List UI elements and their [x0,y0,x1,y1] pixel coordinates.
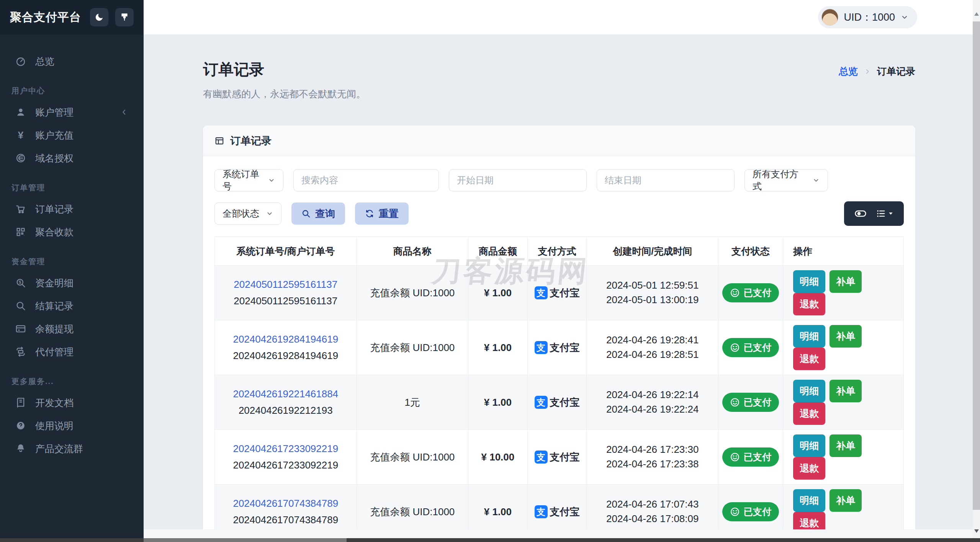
caret-down-icon [888,211,894,217]
sys-order-link[interactable]: 2024042617074384789 [219,498,353,509]
dashboard-icon [15,56,26,67]
scroll-up-arrow-icon[interactable] [974,12,979,16]
sidebar-item-settlement-records[interactable]: 结算记录 [0,294,144,317]
alipay-icon: 支 [535,286,548,299]
alipay-icon: 支 [535,451,548,464]
smiley-icon [730,343,740,353]
refund-button[interactable]: 退款 [793,348,825,370]
created-time: 2024-04-26 19:22:14 [591,388,714,402]
sidebar-item-overview[interactable]: 总览 [0,50,144,73]
status-badge: 已支付 [722,393,779,412]
product-amount: ¥ 1.00 [468,485,528,530]
sidebar-item-balance-withdrawal[interactable]: 余额提现 [0,317,144,340]
sidebar-item-fund-details[interactable]: $ 资金明细 [0,271,144,294]
filter-row-2: 全部状态 查询 重置 [214,201,904,226]
brand-header: 聚合支付平台 [0,0,144,34]
sidebar-item-label: 总览 [35,55,54,68]
uid-label: UID：1000 [844,10,895,24]
sidebar-item-payout-management[interactable]: 代付管理 [0,340,144,363]
sys-order-link[interactable]: 2024042619221461884 [219,388,353,400]
detail-button[interactable]: 明细 [793,380,825,402]
query-button[interactable]: 查询 [291,202,345,225]
theme-skin-button[interactable] [115,8,134,26]
credit-card-icon [15,323,26,334]
smiley-icon [730,452,740,462]
horizontal-scrollbar-thumb[interactable] [144,538,347,542]
sidebar-item-label: 结算记录 [35,300,74,312]
start-date-input[interactable] [457,175,579,186]
detail-button[interactable]: 明细 [793,489,825,512]
brand-title: 聚合支付平台 [10,10,83,25]
qrcode-icon [15,227,26,237]
sidebar-item-product-group[interactable]: 产品交流群 [0,437,144,460]
end-date-input[interactable] [605,175,726,186]
replenish-button[interactable]: 补单 [829,380,862,402]
col-header-actions: 操作 [783,237,904,266]
breadcrumb-overview-link[interactable]: 总览 [839,65,858,78]
main-content: 订单记录 有幽默感的人，永远都不会默默无闻。 总览 订单记录 刀客源码网 订单记… [144,34,973,529]
refund-button[interactable]: 退款 [793,293,825,315]
status-badge: 已支付 [722,338,779,357]
table-tools [844,201,904,226]
sidebar: 聚合支付平台 总览 用户中心 账户管理 [0,0,144,538]
merchant-order-no: 2024050112595161137 [219,295,353,307]
product-name: 充值余额 UID:1000 [357,320,468,375]
cart-icon [15,204,26,214]
completed-time: 2024-04-26 17:23:38 [591,457,714,472]
replenish-button[interactable]: 补单 [829,325,862,348]
sys-order-link[interactable]: 2024050112595161137 [219,279,353,291]
scroll-down-arrow-icon[interactable] [974,529,979,533]
transfer-icon [15,346,26,357]
toggle-icon[interactable] [854,207,867,220]
replenish-button[interactable]: 补单 [829,489,862,512]
moon-icon [94,12,104,22]
replenish-button[interactable]: 补单 [829,270,862,293]
pay-method: 支支付宝 [535,341,580,354]
sidebar-item-label: 账户管理 [35,106,74,119]
sidebar-item-account-recharge[interactable]: ¥ 账户充值 [0,124,144,147]
sidebar-item-label: 代付管理 [35,346,74,358]
created-time: 2024-04-26 17:23:30 [591,442,714,457]
sidebar-item-account-management[interactable]: 账户管理 [0,101,144,124]
refund-button[interactable]: 退款 [793,512,825,529]
sidebar-item-usage-instructions[interactable]: 使用说明 [0,414,144,437]
detail-button[interactable]: 明细 [793,434,825,457]
refund-button[interactable]: 退款 [793,402,825,425]
completed-time: 2024-04-26 17:08:09 [591,512,714,526]
horizontal-scrollbar[interactable] [0,538,980,542]
col-header-order-no: 系统订单号/商户订单号 [215,237,357,266]
pay-method: 支支付宝 [535,505,580,519]
user-menu[interactable]: UID：1000 [818,6,917,28]
status-select[interactable]: 全部状态 [214,202,281,225]
product-name: 1元 [357,375,468,430]
dark-mode-button[interactable] [90,8,108,26]
sys-order-link[interactable]: 2024042619284194619 [219,333,353,345]
card-body: 系统订单号 所有支付方式 [203,156,915,529]
reset-button[interactable]: 重置 [355,202,409,225]
merchant-order-no: 2024042617233092219 [219,459,353,471]
status-badge: 已支付 [722,447,779,467]
columns-dropdown[interactable] [875,208,894,219]
sidebar-item-order-records[interactable]: 订单记录 [0,198,144,220]
search-input[interactable] [301,175,431,186]
detail-button[interactable]: 明细 [793,270,825,293]
sidebar-item-dev-docs[interactable]: 开发文档 [0,391,144,414]
order-type-select[interactable]: 系统订单号 [214,169,283,191]
smiley-icon [730,507,740,517]
detail-button[interactable]: 明细 [793,325,825,348]
refund-button[interactable]: 退款 [793,457,825,480]
pay-method-select[interactable]: 所有支付方式 [744,169,828,191]
col-header-product: 商品名称 [357,237,468,266]
completed-time: 2024-04-26 19:22:24 [591,402,714,417]
vertical-scrollbar[interactable] [973,0,980,538]
sidebar-item-aggregated-collection[interactable]: 聚合收款 [0,220,144,243]
replenish-button[interactable]: 补单 [829,434,862,457]
status-select-value: 全部状态 [223,207,259,220]
sys-order-link[interactable]: 2024042617233092219 [219,443,353,455]
vertical-scrollbar-thumb[interactable] [973,21,980,510]
end-date-input-wrap [597,169,735,191]
sidebar-item-label: 订单记录 [35,203,74,215]
sidebar-item-domain-authorization[interactable]: 域名授权 [0,147,144,170]
page-head: 订单记录 有幽默感的人，永远都不会默默无闻。 总览 订单记录 [203,59,915,100]
question-icon [15,420,26,431]
